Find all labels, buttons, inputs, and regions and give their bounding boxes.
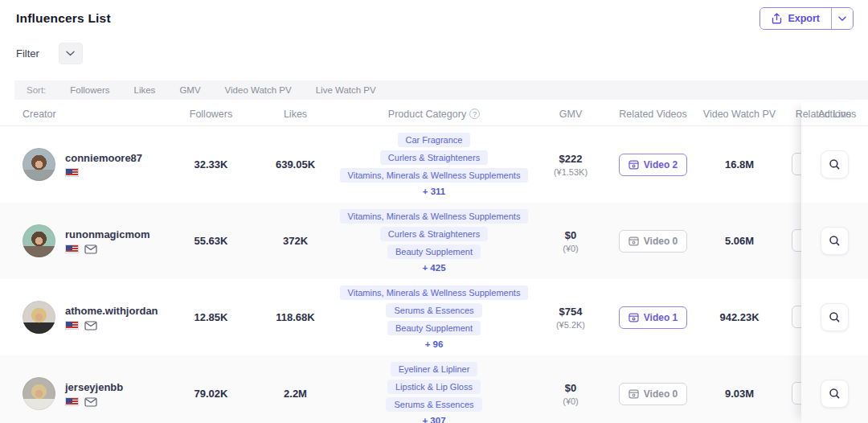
email-icon[interactable]	[84, 321, 97, 331]
export-button-label: Export	[788, 13, 820, 24]
help-question-icon[interactable]: ?	[469, 109, 480, 119]
gmv-usd: $754	[530, 306, 611, 318]
export-split-button: Export	[760, 7, 854, 30]
more-categories-link[interactable]: + 425	[422, 263, 445, 273]
creator-cell: jerseyjenbb	[0, 377, 169, 410]
category-tag: Lipstick & Lip Gloss	[387, 380, 481, 394]
related-videos-button[interactable]: Video 0	[619, 230, 687, 253]
more-categories-link[interactable]: + 307	[422, 416, 445, 423]
email-icon[interactable]	[84, 397, 97, 407]
category-tags: Vitamins, Minerals & Wellness Supplement…	[340, 285, 529, 335]
creator-username[interactable]: runonmagicmom	[65, 228, 149, 240]
gmv-cell: $0 (¥0)	[530, 229, 611, 253]
avatar[interactable]	[23, 377, 55, 410]
related-videos-button[interactable]: Video 1	[619, 306, 687, 329]
header-gmv: GMV	[530, 109, 611, 120]
header-product-category: Product Category?	[338, 109, 530, 120]
sort-option[interactable]: Followers	[70, 85, 109, 95]
followers-value: 32.33K	[169, 158, 253, 170]
influencers-table: Creator Followers Likes Product Category…	[0, 102, 868, 423]
top-bar: Influencers List Export	[0, 0, 868, 30]
avatar[interactable]	[23, 224, 55, 257]
gmv-usd: $0	[530, 229, 611, 241]
followers-value: 12.85K	[169, 311, 253, 323]
sort-option[interactable]: Live Watch PV	[316, 85, 376, 95]
search-icon	[829, 388, 841, 400]
gmv-cell: $0 (¥0)	[530, 382, 611, 406]
video-icon	[628, 236, 639, 246]
search-icon	[829, 311, 841, 323]
table-row: runonmagicmom 55.63K 372K Vitamins, Mine…	[0, 203, 868, 279]
likes-value: 639.05K	[253, 158, 338, 170]
category-tags: Car FragranceCurlers & StraightenersVita…	[340, 133, 529, 183]
search-action-button[interactable]	[821, 303, 849, 331]
video-icon	[628, 313, 639, 322]
category-tag: Car Fragrance	[398, 133, 471, 147]
video-button-label: Video 0	[644, 236, 678, 247]
influencers-list-page: Influencers List Export Filter	[0, 0, 868, 423]
gmv-usd: $222	[530, 153, 611, 165]
search-icon	[829, 235, 841, 247]
creator-username[interactable]: conniemoore87	[65, 152, 142, 164]
category-tag: Serums & Essences	[386, 397, 481, 412]
gmv-cny: (¥5.2K)	[530, 320, 611, 330]
table-body: conniemoore87 32.33K 639.05K Car Fragran…	[0, 126, 868, 423]
likes-value: 372K	[253, 235, 338, 247]
likes-value: 118.68K	[253, 311, 338, 323]
video-watch-pv-value: 16.8M	[695, 158, 784, 170]
filter-row: Filter	[0, 43, 868, 64]
export-dropdown-caret[interactable]	[831, 8, 853, 29]
more-categories-link[interactable]: + 96	[425, 339, 444, 349]
export-button[interactable]: Export	[760, 8, 831, 29]
us-flag-icon	[65, 321, 79, 330]
avatar[interactable]	[23, 301, 55, 334]
related-videos-button[interactable]: Video 0	[619, 383, 687, 405]
category-tag: Curlers & Straighteners	[380, 150, 488, 165]
product-category-cell: Vitamins, Minerals & Wellness Supplement…	[338, 209, 530, 273]
category-tags: Vitamins, Minerals & Wellness Supplement…	[340, 209, 529, 259]
actions-cell	[801, 203, 868, 279]
category-tag: Serums & Essences	[386, 303, 481, 318]
table-row: athome.withjordan 12.85K 118.68K Vitamin…	[0, 279, 868, 355]
sort-option[interactable]: Video Watch PV	[225, 85, 292, 95]
gmv-cny: (¥1.53K)	[530, 167, 611, 177]
gmv-usd: $0	[530, 382, 611, 394]
search-action-button[interactable]	[821, 227, 849, 255]
actions-cell	[801, 355, 868, 423]
gmv-cell: $222 (¥1.53K)	[530, 153, 611, 177]
sort-option[interactable]: Likes	[134, 85, 156, 95]
video-icon	[628, 389, 639, 399]
header-video-watch-pv: Video Watch PV	[695, 109, 784, 120]
avatar[interactable]	[23, 148, 55, 181]
search-icon	[829, 158, 841, 170]
creator-cell: athome.withjordan	[0, 301, 169, 334]
category-tag: Curlers & Straighteners	[380, 227, 488, 241]
filter-expand-button[interactable]	[59, 43, 83, 64]
header-related-videos: Related Videos	[611, 109, 695, 120]
chevron-down-icon	[66, 51, 75, 56]
sort-label: Sort:	[27, 85, 46, 95]
sort-option[interactable]: GMV	[179, 85, 200, 95]
category-tag: Beauty Supplement	[387, 244, 481, 259]
creator-username[interactable]: jerseyjenbb	[65, 381, 123, 393]
category-tag: Beauty Supplement	[387, 321, 481, 335]
table-row: jerseyjenbb 79.02K 2.2M Eyeliner & Lipli…	[0, 355, 868, 423]
search-action-button[interactable]	[821, 380, 849, 408]
category-tags: Eyeliner & LiplinerLipstick & Lip GlossS…	[386, 362, 481, 412]
video-button-label: Video 1	[644, 312, 678, 323]
creator-username[interactable]: athome.withjordan	[65, 305, 158, 317]
product-category-cell: Eyeliner & LiplinerLipstick & Lip GlossS…	[338, 362, 530, 423]
category-tag: Vitamins, Minerals & Wellness Supplement…	[340, 209, 529, 224]
related-videos-button[interactable]: Video 2	[619, 154, 687, 176]
search-action-button[interactable]	[821, 150, 849, 179]
creator-cell: conniemoore87	[0, 148, 169, 181]
actions-cell	[801, 279, 868, 355]
filter-label: Filter	[16, 47, 39, 60]
video-button-label: Video 0	[644, 388, 678, 400]
gmv-cny: (¥0)	[530, 396, 611, 406]
page-title: Influencers List	[16, 11, 111, 26]
header-followers: Followers	[169, 109, 253, 120]
us-flag-icon	[65, 168, 79, 177]
email-icon[interactable]	[84, 244, 97, 254]
more-categories-link[interactable]: + 311	[423, 187, 445, 196]
